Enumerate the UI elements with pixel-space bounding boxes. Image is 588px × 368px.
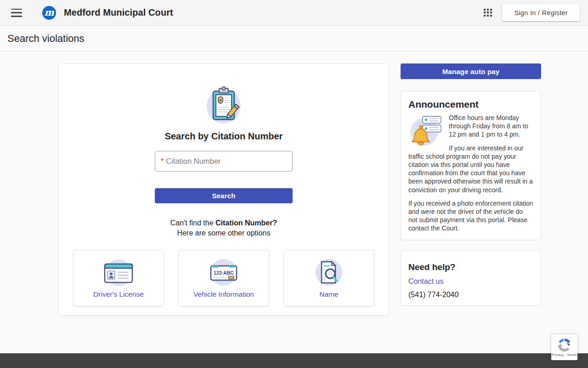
sign-in-register-button[interactable]: Sign In / Register (502, 4, 580, 21)
contact-us-link[interactable]: Contact us (408, 277, 443, 286)
clipboard-citation-icon (202, 83, 246, 126)
citation-number-field[interactable]: * (155, 151, 293, 172)
app-title: Medford Municipal Court (64, 7, 173, 18)
manage-auto-pay-button[interactable]: Manage auto pay (401, 63, 541, 79)
logo-letter: m (44, 8, 54, 17)
license-plate-icon: 123·ABC (204, 258, 244, 287)
svg-text:123·ABC: 123·ABC (214, 270, 234, 275)
page-title: Search violations (7, 33, 85, 45)
recaptcha-privacy-terms[interactable]: Privacy - Terms (552, 353, 577, 357)
app-root: m Medford Municipal Court Sign In / Regi… (0, 0, 588, 368)
announcement-card: Announcement (401, 91, 541, 240)
option-card-vehicle-information[interactable]: 123·ABC Vehicle Information (178, 250, 269, 306)
top-bar: m Medford Municipal Court Sign In / Regi… (0, 0, 588, 26)
page-title-bar: Search violations (0, 26, 588, 52)
need-help-card: Need help? Contact us (541) 774-2040 (401, 251, 541, 305)
search-card: Search by Citation Number * Search Can't… (58, 63, 389, 316)
need-help-heading: Need help? (408, 262, 533, 272)
option-card-drivers-license[interactable]: Driver's License (73, 250, 164, 306)
announcement-heading: Announcement (408, 99, 533, 110)
drivers-license-icon (98, 258, 139, 287)
hamburger-menu-icon[interactable] (11, 9, 22, 17)
hint-line-1: Can't find the Citation Number? (59, 219, 389, 227)
search-options-row: Driver's License 123·ABC Vehicle Informa… (59, 250, 389, 306)
recaptcha-badge[interactable]: Privacy - Terms (551, 334, 577, 360)
option-label-drivers-license: Driver's License (93, 290, 144, 299)
main-content: Search by Citation Number * Search Can't… (0, 52, 588, 316)
required-asterisk: * (161, 157, 164, 166)
search-card-heading: Search by Citation Number (59, 131, 389, 142)
announcement-paragraph-3: If you received a photo enforcement cita… (408, 199, 533, 233)
option-label-vehicle-information: Vehicle Information (193, 290, 254, 299)
search-button[interactable]: Search (155, 188, 293, 203)
option-card-name[interactable]: Name (283, 250, 374, 306)
court-logo: m (42, 6, 56, 20)
footer-bar (0, 353, 588, 368)
document-search-icon (309, 258, 349, 287)
sidebar: Manage auto pay Announcement (401, 63, 541, 316)
recaptcha-logo-icon (558, 338, 571, 352)
announcement-body: Office hours are Monday through Friday f… (408, 114, 533, 232)
apps-grid-icon[interactable] (484, 9, 492, 17)
announcement-bell-icon (408, 115, 442, 147)
option-label-name: Name (319, 290, 338, 299)
hint-line-2: Here are some other options (59, 229, 389, 237)
help-phone-number: (541) 774-2040 (408, 291, 533, 299)
announcement-paragraph-2: If you are interested in our traffic sch… (408, 144, 533, 194)
citation-number-input[interactable] (166, 157, 287, 166)
